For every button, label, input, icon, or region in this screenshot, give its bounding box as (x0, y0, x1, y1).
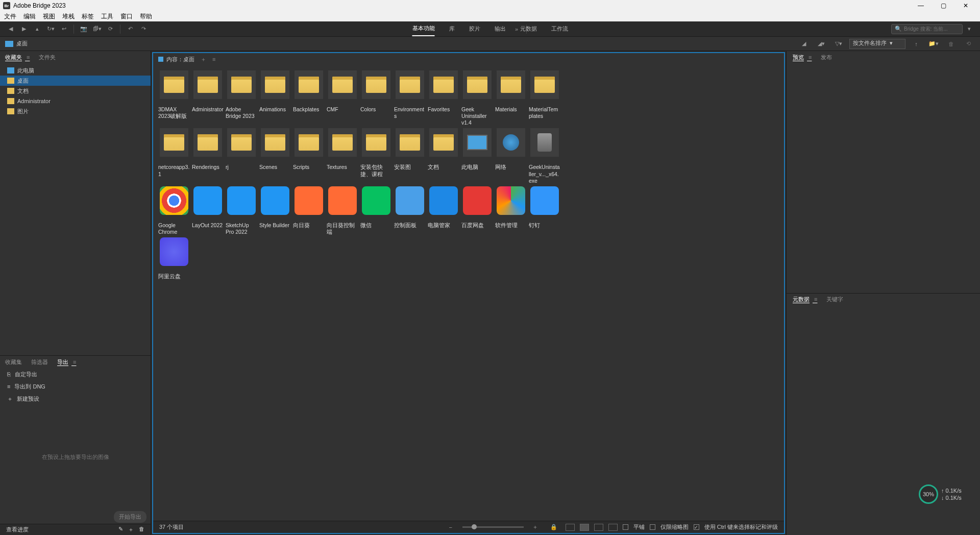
export-new-preset[interactable]: ＋新建预设 (0, 393, 151, 405)
workspace-tab-4[interactable]: 元数据 (520, 22, 537, 36)
workspace-tab-0[interactable]: 基本功能 (412, 21, 435, 36)
search-box[interactable]: 🔍 (891, 24, 963, 34)
view-grid-icon[interactable] (566, 524, 575, 531)
workspace-tab-3[interactable]: 输出 (495, 22, 506, 36)
window-maximize[interactable]: ▢ (932, 0, 954, 11)
menu-3[interactable]: 堆栈 (62, 12, 75, 21)
menu-5[interactable]: 工具 (101, 12, 113, 21)
content-item-35[interactable]: 钉钉 (529, 186, 560, 235)
nav-reveal[interactable]: ↩ (59, 24, 69, 34)
content-grid[interactable]: 3DMAX 2023破解版AdministratorAdobe Bridge 2… (153, 65, 784, 521)
right-top-tab-0[interactable]: 预览 ≡ (793, 54, 812, 61)
view-details-icon[interactable] (594, 524, 603, 531)
right-top-tab-1[interactable]: 发布 (821, 54, 832, 61)
nav-back[interactable]: ◀ (6, 24, 16, 34)
tile-checkbox[interactable] (623, 524, 628, 530)
content-item-25[interactable]: LayOut 2022 (192, 186, 224, 235)
zoom-slider[interactable] (462, 526, 524, 528)
nav-up[interactable]: ▴ (32, 24, 42, 34)
redo-icon[interactable]: ↷ (138, 24, 149, 34)
content-item-20[interactable]: 文档 (428, 128, 459, 184)
content-item-19[interactable]: 安装图 (394, 128, 426, 184)
content-item-33[interactable]: 百度网盘 (461, 186, 493, 235)
content-item-29[interactable]: 向日葵控制端 (327, 186, 358, 235)
zoom-in-icon[interactable]: ＋ (530, 522, 541, 532)
workspace-tab-1[interactable]: 库 (449, 22, 455, 36)
thumb-quality2-icon[interactable]: ◢▾ (816, 39, 826, 49)
content-item-28[interactable]: 向日葵 (293, 186, 325, 235)
content-item-24[interactable]: Google Chrome (158, 186, 190, 235)
speed-widget[interactable]: 30% ↑ 0.1K/s ↓ 0.1K/s (919, 484, 965, 504)
add-tab-icon[interactable]: ＋ (201, 56, 206, 63)
content-item-12[interactable]: netcoreapp3.1 (158, 128, 190, 184)
undo-icon[interactable]: ↶ (125, 24, 135, 34)
right-bottom-tab-0[interactable]: 元数据 ≡ (793, 296, 817, 303)
content-item-27[interactable]: Style Builder (259, 186, 291, 235)
tree-item-3[interactable]: Administrator (0, 96, 151, 106)
nav-forward[interactable]: ▶ (19, 24, 29, 34)
search-dropdown[interactable]: ▾ (964, 24, 974, 34)
add-icon[interactable]: ＋ (128, 526, 134, 533)
content-item-0[interactable]: 3DMAX 2023破解版 (158, 70, 190, 126)
window-minimize[interactable]: — (910, 0, 932, 11)
menu-4[interactable]: 标签 (82, 12, 94, 21)
sort-asc-icon[interactable]: ↑ (911, 39, 921, 49)
progress-label[interactable]: 查看进度 (6, 526, 29, 533)
panel-menu-icon[interactable]: ≡ (212, 56, 215, 62)
filter-icon[interactable]: ▽▾ (834, 39, 844, 49)
nav-recent[interactable]: ↻▾ (45, 24, 56, 34)
get-photos-icon[interactable]: 📷 (79, 24, 89, 34)
content-item-22[interactable]: 网络 (495, 128, 527, 184)
new-folder-icon[interactable]: 📁▾ (928, 39, 939, 49)
content-item-31[interactable]: 控制面板 (394, 186, 426, 235)
window-close[interactable]: ✕ (954, 0, 977, 11)
workspace-tab-2[interactable]: 胶片 (469, 22, 480, 36)
breadcrumb[interactable]: 桌面 (16, 40, 28, 47)
tree-item-0[interactable]: 此电脑 (0, 65, 151, 76)
tree-item-1[interactable]: 桌面 (0, 76, 151, 86)
content-item-16[interactable]: Scripts (293, 128, 325, 184)
content-item-23[interactable]: GeekUninstaller_v..._x64.exe (529, 128, 560, 184)
menu-2[interactable]: 视图 (43, 12, 55, 21)
menu-6[interactable]: 窗口 (120, 12, 133, 21)
start-export-button[interactable]: 开始导出 (114, 511, 146, 523)
content-item-1[interactable]: Administrator (192, 70, 224, 126)
right-bottom-tab-1[interactable]: 关键字 (826, 296, 843, 303)
content-item-26[interactable]: SketchUp Pro 2022 (226, 186, 257, 235)
delete-icon[interactable]: 🗑 (139, 526, 144, 533)
tree-item-4[interactable]: 图片 (0, 106, 151, 116)
search-input[interactable] (904, 26, 955, 32)
export-dng[interactable]: ≡导出到 DNG (0, 380, 151, 393)
menu-0[interactable]: 文件 (4, 12, 16, 21)
trash-icon[interactable]: 🗑 (946, 39, 956, 49)
left-bottom-tab-1[interactable]: 筛选器 (31, 358, 48, 366)
tree-item-2[interactable]: 文档 (0, 86, 151, 96)
rotate-icon[interactable]: ⟲ (963, 39, 973, 49)
left-top-tab-1[interactable]: 文件夹 (39, 54, 56, 61)
export-custom[interactable]: ⎘自定导出 (0, 368, 151, 380)
view-thumb-icon[interactable] (580, 524, 589, 531)
thumbonly-checkbox[interactable] (650, 524, 655, 530)
view-list-icon[interactable] (608, 524, 618, 531)
left-top-tab-0[interactable]: 收藏夹 ≡ (5, 54, 30, 61)
lock-thumb-icon[interactable]: 🔒 (549, 522, 559, 532)
left-bottom-tab-2[interactable]: 导出 ≡ (57, 358, 76, 366)
content-item-32[interactable]: 电脑管家 (428, 186, 459, 235)
content-item-5[interactable]: CMF (327, 70, 358, 126)
content-item-18[interactable]: 安装包快捷、课程 (360, 128, 392, 184)
edit-icon[interactable]: ✎ (118, 526, 123, 533)
content-item-14[interactable]: rj (226, 128, 257, 184)
menu-1[interactable]: 编辑 (23, 12, 36, 21)
batch-icon[interactable]: 🗐▾ (92, 24, 102, 34)
thumb-quality-icon[interactable]: ◢ (799, 39, 809, 49)
content-item-7[interactable]: Environments (394, 70, 426, 126)
refresh-icon[interactable]: ⟳ (105, 24, 115, 34)
zoom-out-icon[interactable]: − (446, 522, 456, 532)
content-item-13[interactable]: Renderings (192, 128, 224, 184)
content-item-8[interactable]: Favorites (428, 70, 459, 126)
menu-7[interactable]: 帮助 (140, 12, 152, 21)
content-item-6[interactable]: Colors (360, 70, 392, 126)
content-item-30[interactable]: 微信 (360, 186, 392, 235)
content-item-36[interactable]: 阿里云盘 (158, 237, 190, 286)
workspace-tab-5[interactable]: 工作流 (551, 22, 568, 36)
